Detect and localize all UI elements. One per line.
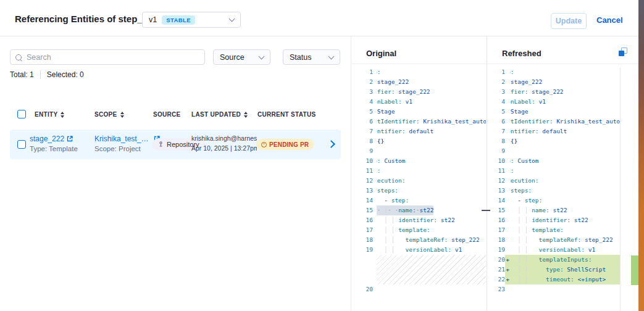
code-text: steps: <box>377 186 398 196</box>
code-text: steps: <box>510 186 532 196</box>
original-code-line: 12 execution: <box>351 176 486 186</box>
line-number: 3 <box>351 87 373 97</box>
line-number: 2 <box>490 77 505 87</box>
original-code-line: 1template: <box>351 67 486 77</box>
diff-mark <box>505 176 510 186</box>
entity-type-label: Type: Template <box>30 145 78 152</box>
status-badge: PENDING PR <box>256 139 314 150</box>
code-text: orgIdentifier: default <box>510 126 567 136</box>
desktop-background-strip <box>638 0 644 311</box>
code-text: execution: <box>377 176 406 186</box>
line-number: 2 <box>351 77 373 87</box>
chevron-down-icon <box>328 53 335 59</box>
line-number: 11 <box>490 166 505 176</box>
line-number: 1 <box>490 67 505 77</box>
refreshed-code-line: 10 type: Custom <box>490 156 620 166</box>
line-number: 13 <box>490 186 505 196</box>
sort-icon[interactable] <box>120 112 124 118</box>
diff-mark <box>505 126 510 136</box>
column-header-entity: ENTITY <box>35 111 64 118</box>
status-badge-label: PENDING PR <box>269 141 309 148</box>
selected-count: Selected: 0 <box>47 70 84 79</box>
cancel-button[interactable]: Cancel <box>596 15 623 25</box>
line-number: 16 <box>490 215 505 225</box>
refreshed-code-line: 4 versionLabel: v1 <box>490 97 620 107</box>
line-number: 17 <box>351 225 373 235</box>
version-select[interactable]: v1 STABLE <box>142 12 241 28</box>
sort-icon[interactable] <box>61 112 64 118</box>
select-all-checkbox[interactable] <box>17 110 26 118</box>
copy-icon[interactable] <box>618 48 628 57</box>
updated-at: Apr 10, 2025 | 13:27pm <box>191 144 257 152</box>
diff-header-divider <box>351 64 638 64</box>
line-number: 23 <box>490 284 505 294</box>
line-number: 1 <box>351 67 373 77</box>
line-number: 12 <box>490 176 505 186</box>
line-number: 14 <box>351 196 373 205</box>
refreshed-pane-title: Refreshed <box>502 49 542 58</box>
original-code-line: 11 spec: <box>351 166 486 176</box>
original-code-line: 15 · │· ·name:·st22 <box>351 205 486 215</box>
line-number: 15 <box>490 205 505 215</box>
refreshed-code-pane[interactable]: 1template:2 name: stage_2223 identifier:… <box>490 67 620 294</box>
table-row[interactable]: stage_222 Type: Template Krishika_test_a… <box>10 130 341 159</box>
search-input[interactable] <box>25 52 199 62</box>
row-checkbox[interactable] <box>17 140 26 149</box>
column-header-current-status: CURRENT STATUS <box>257 111 316 118</box>
source-filter-dropdown[interactable]: Source <box>213 49 270 65</box>
diff-mark <box>505 284 510 294</box>
refreshed-code-line: 19 │ │ versionLabel: v1 <box>490 245 620 255</box>
refreshed-code-line: 6 projectIdentifier: Krishika_test_auton… <box>490 117 620 126</box>
refreshed-code-line: 7 orgIdentifier: default <box>490 126 620 136</box>
refreshed-code-line: 12 execution: <box>490 176 620 186</box>
refreshed-code-line: 21+ │ │ type: ShellScript <box>490 265 620 275</box>
diff-mark <box>505 136 510 146</box>
update-button[interactable]: Update <box>551 13 587 29</box>
line-number: 15 <box>351 205 373 215</box>
refreshed-code-line: 3 identifier: stage_222 <box>490 87 620 97</box>
original-code-line: 13 steps: <box>351 186 486 196</box>
code-text: execution: <box>510 176 539 186</box>
refreshed-code-line: 23 <box>490 284 620 294</box>
version-value: v1 <box>149 15 157 24</box>
original-code-line: 7 orgIdentifier: default <box>351 126 486 136</box>
line-number: 6 <box>351 117 373 126</box>
original-code-line: 3 identifier: stage_222 <box>351 87 486 97</box>
code-text: identifier: stage_222 <box>377 87 430 97</box>
line-number: 12 <box>351 176 373 186</box>
code-text: │ │ templateInputs: <box>510 255 592 265</box>
original-code-line: 9 spec: <box>351 146 486 156</box>
refreshed-code-line: 13 steps: <box>490 186 620 196</box>
refreshed-code-line: 16 │ │ identifier: st22 <box>490 215 620 225</box>
original-code-line: 18 │ │ templateRef: step_222 <box>351 235 486 245</box>
original-code-line: 16 │ │ identifier: st22 <box>351 215 486 225</box>
clock-icon <box>261 142 267 147</box>
row-expand-chevron-icon[interactable] <box>327 140 335 148</box>
line-number: 7 <box>351 126 373 136</box>
original-code-line: 8 tags: {} <box>351 136 486 146</box>
diff-mark <box>505 87 510 97</box>
scope-link[interactable]: Krishika_test_au... <box>94 135 151 143</box>
original-code-pane[interactable]: 1template:2 name: stage_2223 identifier:… <box>351 67 486 294</box>
code-text: · │· ·name:·st22 <box>377 205 433 215</box>
refreshed-code-line: 22+ │ │ timeout: <+input> <box>490 275 620 284</box>
status-filter-dropdown[interactable]: Status <box>283 49 340 65</box>
code-text: - step: <box>510 196 542 205</box>
diff-mark <box>505 67 510 77</box>
pane-divider[interactable] <box>487 36 487 311</box>
refreshed-code-line: 2 name: stage_222 <box>490 77 620 87</box>
totals-divider <box>40 70 41 79</box>
original-code-line: 17 │ │ template: <box>351 225 486 235</box>
repository-icon <box>158 141 164 147</box>
sort-icon[interactable] <box>244 112 248 118</box>
entity-link[interactable]: stage_222 <box>30 135 64 143</box>
external-link-icon <box>67 136 73 142</box>
entity-cell: stage_222 Type: Template <box>30 135 78 152</box>
code-text: tags: {} <box>377 136 384 146</box>
diff-mark <box>505 245 510 255</box>
line-number: 13 <box>351 186 373 196</box>
original-code-line: 19 │ │ versionLabel: v1 <box>351 245 486 255</box>
refreshed-code-line: 20+ │ │ templateInputs: <box>490 255 620 265</box>
column-header-last-updated: LAST UPDATED <box>191 111 248 118</box>
line-number: 18 <box>351 235 373 245</box>
